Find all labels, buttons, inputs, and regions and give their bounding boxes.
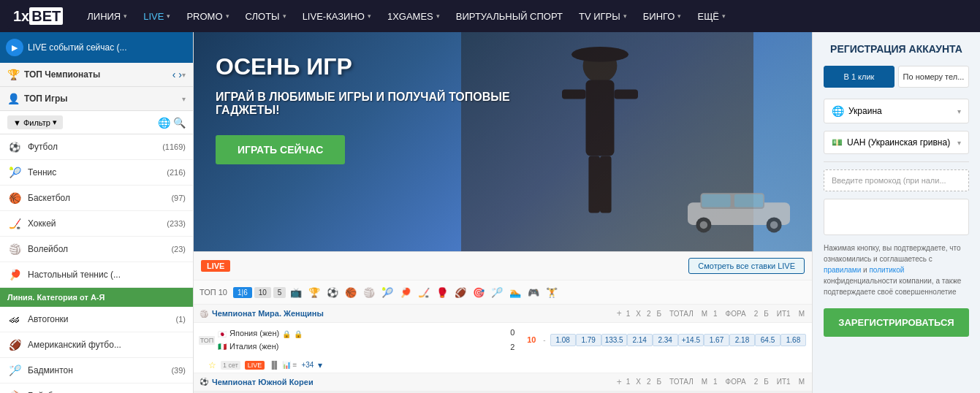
- sport-filter-count10[interactable]: 10: [254, 287, 271, 298]
- nav-live-casino[interactable]: LIVE-КАЗИНО▾: [295, 0, 379, 32]
- sport-filter-count5[interactable]: 5: [273, 287, 286, 298]
- sport-item-badminton[interactable]: 🏸 Бадминтон (39): [0, 358, 193, 384]
- chart-icon[interactable]: 📊: [282, 361, 291, 369]
- sport-item-baseball[interactable]: ⚾ Бейсбол (17): [0, 384, 193, 393]
- top-games-header[interactable]: 👤 ТОП Игры ▾: [0, 87, 193, 110]
- search-icon[interactable]: 🔍: [173, 117, 186, 129]
- col-x-2: X: [636, 378, 641, 386]
- category-az[interactable]: Линия. Категория от А-Я: [0, 288, 193, 307]
- sport-item-volleyball[interactable]: 🏐 Волейбол (23): [0, 237, 193, 262]
- sport-icon-10[interactable]: 🏈: [452, 284, 468, 300]
- terms-link[interactable]: правилами: [824, 266, 861, 274]
- odd-btn-2.34[interactable]: 2.34: [653, 334, 678, 346]
- banner-title: ОСЕНЬ ИГР: [216, 54, 510, 80]
- watch-live-button[interactable]: Смотреть все ставки LIVE: [688, 258, 805, 274]
- country-select[interactable]: 🌐 Украина ▾: [824, 99, 969, 123]
- nav-tv[interactable]: TV ИГРЫ▾: [571, 0, 634, 32]
- more-bets[interactable]: +34: [301, 361, 314, 369]
- nav-promo[interactable]: PROMO▾: [179, 0, 236, 32]
- odd-btn-1.67[interactable]: 1.67: [704, 334, 729, 346]
- sport-item-basketball[interactable]: 🏀 Баскетбол (97): [0, 186, 193, 211]
- nav-bingo[interactable]: БИНГО▾: [636, 0, 689, 32]
- sport-item-hockey[interactable]: 🏒 Хоккей (233): [0, 211, 193, 237]
- team1-row: 🇯🇵 Япония (жен) 🔒 🔒: [218, 327, 501, 340]
- logo[interactable]: 1xBET: [7, 4, 69, 28]
- tab-phone[interactable]: По номеру тел...: [898, 66, 969, 88]
- sport-icon-14[interactable]: 🎮: [525, 284, 542, 300]
- sport-item-tennis[interactable]: 🎾 Теннис (216): [0, 160, 193, 186]
- odd-btn-1.08[interactable]: 1.08: [550, 334, 576, 346]
- globe-icon[interactable]: 🌐: [158, 117, 170, 129]
- sport-icon-7[interactable]: 🏓: [398, 284, 414, 300]
- banner: ОСЕНЬ ИГР ИГРАЙ В ЛЮБИМЫЕ ИГРЫ И ПОЛУЧАЙ…: [194, 32, 812, 251]
- currency-icon: 💵: [832, 137, 843, 148]
- nav-slots[interactable]: СЛОТЫ▾: [238, 0, 294, 32]
- svg-rect-2: [562, 90, 586, 99]
- sport-icon-4[interactable]: 🏀: [343, 284, 359, 300]
- sport-icon-6[interactable]: 🎾: [379, 284, 395, 300]
- register-button[interactable]: ЗАРЕГИСТРИРОВАТЬСЯ: [824, 308, 969, 337]
- sidebar-live-bar[interactable]: ▶ LIVE событий сейчас (...: [0, 32, 193, 63]
- sport-filter-score[interactable]: 1|6: [233, 287, 252, 298]
- sport-icon-3[interactable]: ⚽: [324, 284, 341, 300]
- sport-icon-9[interactable]: 🥊: [434, 284, 450, 300]
- col-it1-2: ИТ1: [777, 378, 791, 386]
- currency-select[interactable]: 💵 UAН (Украинская гривна) ▾: [824, 131, 969, 154]
- sport-count: (23): [171, 245, 186, 253]
- chevron-left-icon[interactable]: ‹: [172, 69, 176, 80]
- sport-icon-11[interactable]: 🎯: [471, 284, 487, 300]
- top-games-section: 👤 ТОП Игры ▾: [0, 87, 193, 111]
- svg-rect-14: [702, 194, 730, 207]
- live-play-icon: ▶: [6, 39, 23, 56]
- sport-icon-12[interactable]: 🏸: [489, 284, 505, 300]
- tab-1click[interactable]: В 1 клик: [824, 66, 894, 88]
- chevron-down-icon: ▾: [623, 12, 627, 20]
- banner-play-button[interactable]: ИГРАТЬ СЕЙЧАС: [216, 135, 345, 164]
- chevron-down-icon: ▾: [368, 12, 371, 20]
- volleyball-icon: 🏐: [7, 242, 22, 256]
- promo-input-area[interactable]: [824, 199, 969, 235]
- tennis-icon: 🎾: [7, 165, 22, 180]
- nav-liniya[interactable]: ЛИНИЯ▾: [80, 0, 134, 32]
- chevron-down-icon: ▾: [722, 12, 726, 20]
- sport-item-racing[interactable]: 🏎 Автогонки (1): [0, 307, 193, 332]
- sport-item-tabletennis[interactable]: 🏓 Настольный теннис (...: [0, 262, 193, 288]
- sport-icon-1[interactable]: 📺: [288, 284, 304, 300]
- sport-icon-8[interactable]: 🏒: [416, 284, 432, 300]
- sport-item-americanfootball[interactable]: 🏈 Американский футбо...: [0, 332, 193, 358]
- sport-icon-5[interactable]: 🏐: [361, 284, 377, 300]
- sport-icon-2[interactable]: 🏆: [306, 284, 322, 300]
- sidebar-live-text: LIVE событий сейчас (...: [28, 42, 187, 53]
- sport-icon-15[interactable]: 🏋: [544, 284, 560, 300]
- trophy-icon: 🏆: [7, 69, 20, 80]
- bar-chart-icon[interactable]: ▐▌: [269, 361, 279, 369]
- col-1b-2: 1: [713, 378, 718, 386]
- plus-icon[interactable]: +: [617, 308, 622, 318]
- plus-icon-2[interactable]: +: [617, 377, 622, 387]
- svg-rect-15: [734, 194, 763, 207]
- odd-btn-133.5[interactable]: 133.5: [601, 334, 627, 346]
- star-icon[interactable]: ☆: [208, 360, 216, 370]
- odd-btn-1.68[interactable]: 1.68: [780, 334, 806, 346]
- nav-more[interactable]: ЕЩЁ▾: [690, 0, 733, 32]
- list-icon[interactable]: ≡: [293, 361, 297, 369]
- filter-button[interactable]: ▼ Фильтр ▾: [7, 115, 63, 129]
- odd-btn-64.5[interactable]: 64.5: [755, 334, 780, 346]
- chevron-down-icon: ▾: [182, 95, 186, 103]
- expand-arrow[interactable]: ▾: [318, 360, 322, 370]
- sport-icon-13[interactable]: 🏊: [507, 284, 523, 300]
- odd-btn-2.18[interactable]: 2.18: [729, 334, 755, 346]
- nav-virtual[interactable]: ВИРТУАЛЬНЫЙ СПОРТ: [449, 0, 570, 32]
- nav-live[interactable]: LIVE▾: [136, 0, 178, 32]
- col-b-2: Б: [656, 378, 661, 386]
- nav-1xgames[interactable]: 1XGAMES▾: [380, 0, 447, 32]
- sport-item-football[interactable]: ⚽ Футбол (1169): [0, 134, 193, 160]
- policy-link[interactable]: политикой: [869, 266, 904, 274]
- odd-btn-1.79[interactable]: 1.79: [576, 334, 601, 346]
- odd-btn-plus14.5[interactable]: +14.5: [678, 334, 704, 346]
- odd-btn-2.14[interactable]: 2.14: [627, 334, 653, 346]
- top-championships-header[interactable]: 🏆 ТОП Чемпионаты ‹ › ▾: [0, 63, 193, 86]
- filter-icons: 🌐 🔍: [158, 117, 186, 129]
- promo-field[interactable]: Введите промокод (при нали...: [824, 169, 969, 191]
- sport-small-icon: 🏐: [200, 310, 208, 318]
